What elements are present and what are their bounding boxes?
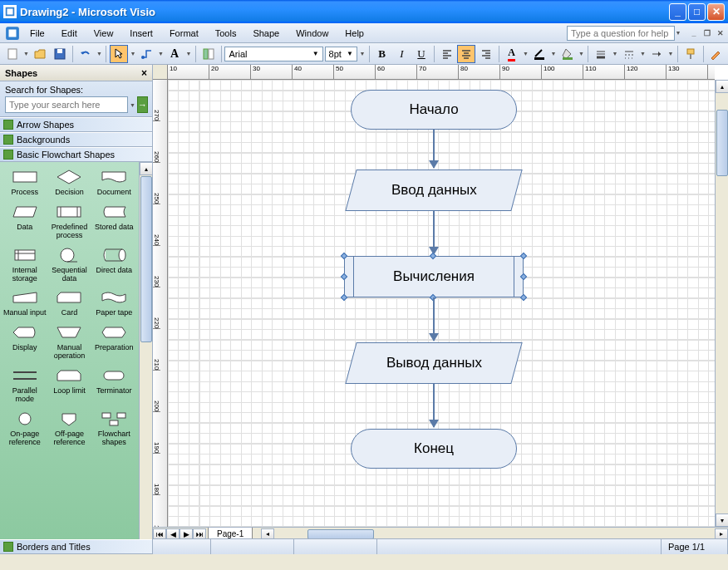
undo-dropdown[interactable]: ▼ — [96, 51, 102, 57]
shape-flowchart-shapes[interactable]: Flowchart shapes — [92, 407, 135, 449]
font-name-combo[interactable]: Arial▼ — [224, 47, 322, 61]
help-search-input[interactable] — [567, 26, 675, 41]
open-button[interactable] — [32, 45, 50, 63]
shape-display[interactable]: Display — [3, 321, 47, 362]
line-ends-dropdown[interactable]: ▼ — [667, 51, 674, 57]
help-search-dropdown[interactable]: ▼ — [675, 30, 681, 36]
pointer-tool[interactable] — [110, 45, 128, 63]
menu-shape[interactable]: Shape — [246, 27, 286, 40]
menu-window[interactable]: Window — [289, 27, 335, 40]
shape-terminator[interactable]: Terminator — [92, 364, 135, 405]
shape-process[interactable]: Process — [3, 165, 47, 199]
shapes-panel-close[interactable]: × — [141, 67, 147, 79]
shape-direct-data[interactable]: Direct data — [92, 243, 135, 285]
doc-restore-button[interactable]: ❐ — [701, 28, 713, 38]
shape-manual-input[interactable]: Manual input — [3, 286, 47, 319]
font-color-button[interactable]: A — [503, 45, 521, 63]
shape-offpage-reference[interactable]: Off-page reference — [48, 407, 91, 449]
fill-color-button[interactable] — [558, 45, 577, 63]
shapes-search-input[interactable] — [5, 96, 128, 113]
shape-stored-data[interactable]: Stored data — [92, 200, 135, 242]
italic-button[interactable]: I — [393, 45, 411, 63]
shape-document[interactable]: Document — [92, 165, 135, 199]
flowchart-start-terminator[interactable]: Начало — [351, 90, 517, 130]
menu-edit[interactable]: Edit — [55, 27, 84, 40]
stencil-arrow-shapes[interactable]: Arrow Shapes — [0, 117, 152, 132]
stencil-basic-flowchart[interactable]: Basic Flowchart Shapes — [0, 147, 152, 162]
canvas-scrollbar-vertical[interactable]: ▴ ▾ — [715, 80, 728, 527]
font-color-dropdown[interactable]: ▼ — [522, 51, 529, 57]
bold-button[interactable]: B — [373, 45, 391, 63]
new-button[interactable] — [3, 45, 22, 63]
flowchart-connector[interactable] — [433, 130, 435, 168]
shapes-search-label: Search for Shapes: — [5, 85, 147, 95]
shape-loop-limit[interactable]: Loop limit — [48, 364, 91, 405]
underline-button[interactable]: U — [412, 45, 430, 63]
connector-tool[interactable] — [138, 45, 156, 63]
shapes-pane-button[interactable] — [199, 45, 218, 63]
text-dropdown[interactable]: ▼ — [185, 51, 192, 57]
stencil-icon — [3, 135, 13, 145]
shape-predefined-process[interactable]: Predefined process — [48, 200, 91, 242]
line-weight-button[interactable] — [592, 45, 610, 63]
menu-format[interactable]: Format — [163, 27, 205, 40]
new-dropdown[interactable]: ▼ — [23, 51, 30, 57]
line-color-button[interactable] — [530, 45, 548, 63]
text-tool[interactable]: A — [165, 45, 184, 63]
format-painter-button[interactable] — [681, 45, 700, 63]
flowchart-input-data[interactable]: Ввод данных — [345, 170, 522, 211]
menu-tools[interactable]: Tools — [209, 27, 243, 40]
align-center-button[interactable] — [457, 45, 475, 63]
close-button[interactable]: ✕ — [707, 3, 725, 21]
minimize-button[interactable]: _ — [669, 3, 686, 21]
stencil-backgrounds[interactable]: Backgrounds — [0, 132, 152, 147]
flowchart-connector[interactable] — [433, 384, 435, 427]
shape-onpage-reference[interactable]: On-page reference — [3, 407, 47, 449]
flowchart-end-terminator[interactable]: Конец — [351, 429, 517, 469]
shape-decision[interactable]: Decision — [48, 165, 91, 199]
visio-icon[interactable] — [5, 26, 20, 41]
shape-paper-tape[interactable]: Paper tape — [92, 286, 135, 319]
window-title: Drawing2 - Microsoft Visio — [20, 6, 669, 18]
shape-manual-operation[interactable]: Manual operation — [48, 321, 91, 362]
line-ends-button[interactable] — [647, 45, 666, 63]
shapes-panel-header: Shapes × — [0, 65, 152, 81]
font-size-dropdown[interactable]: ▼ — [359, 51, 366, 57]
shape-parallel-mode[interactable]: Parallel mode — [3, 364, 47, 405]
shape-data[interactable]: Data — [3, 200, 47, 242]
separator — [195, 46, 196, 62]
align-left-button[interactable] — [438, 45, 456, 63]
shape-preparation[interactable]: Preparation — [92, 321, 135, 362]
drawing-canvas[interactable]: Начало Ввод данных Вычисления Вывод данн… — [168, 80, 715, 527]
flowchart-connector[interactable] — [433, 297, 435, 341]
save-button[interactable] — [51, 45, 69, 63]
align-right-button[interactable] — [477, 45, 495, 63]
shapes-search-dropdown[interactable]: ▼ — [130, 96, 135, 113]
doc-close-button[interactable]: ✕ — [715, 28, 726, 38]
line-color-dropdown[interactable]: ▼ — [550, 51, 557, 57]
shape-card[interactable]: Card — [48, 286, 91, 319]
maximize-button[interactable]: □ — [688, 3, 706, 21]
fill-color-dropdown[interactable]: ▼ — [578, 51, 584, 57]
doc-minimize-button[interactable]: _ — [688, 28, 700, 38]
pointer-dropdown[interactable]: ▼ — [130, 51, 136, 57]
flowchart-connector[interactable] — [433, 211, 435, 254]
connector-dropdown[interactable]: ▼ — [157, 51, 164, 57]
line-weight-dropdown[interactable]: ▼ — [612, 51, 618, 57]
menu-insert[interactable]: Insert — [123, 27, 160, 40]
menu-file[interactable]: File — [23, 27, 52, 40]
shapes-scrollbar[interactable]: ▴ — [139, 162, 152, 539]
line-pattern-dropdown[interactable]: ▼ — [639, 51, 646, 57]
flowchart-output-data[interactable]: Вывод данных — [345, 342, 522, 384]
line-pattern-button[interactable] — [620, 45, 638, 63]
font-size-combo[interactable]: 8pt▼ — [325, 47, 357, 61]
menu-view[interactable]: View — [87, 27, 121, 40]
stencil-borders-titles[interactable]: Borders and Titles — [0, 539, 152, 554]
undo-button[interactable] — [76, 45, 95, 63]
shapes-search-go-button[interactable]: → — [137, 96, 148, 113]
shape-internal-storage[interactable]: Internal storage — [3, 243, 47, 285]
shape-sequential-data[interactable]: Sequential data — [48, 243, 91, 285]
menu-help[interactable]: Help — [338, 27, 371, 40]
ink-button[interactable] — [706, 45, 725, 63]
flowchart-predefined-process[interactable]: Вычисления — [344, 256, 524, 297]
